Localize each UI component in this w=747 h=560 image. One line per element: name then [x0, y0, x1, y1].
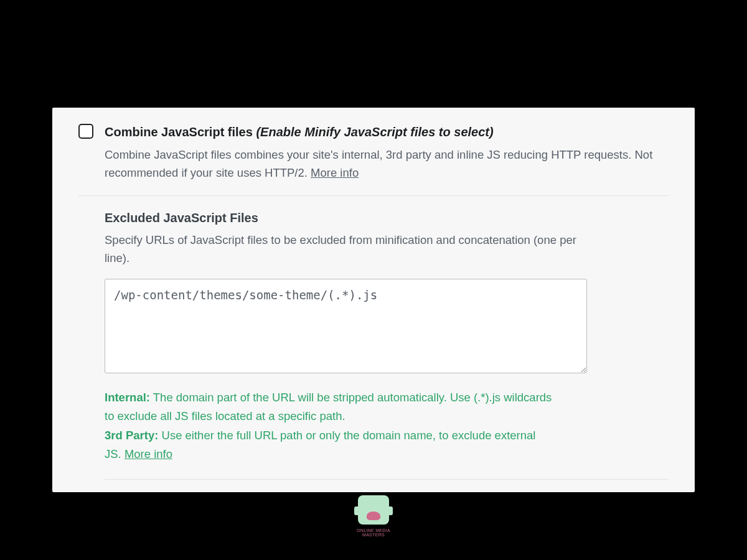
excluded-js-section: Excluded JavaScript Files Specify URLs o… — [78, 211, 669, 479]
combine-js-more-info-link[interactable]: More info — [311, 166, 359, 179]
combine-js-text: Combine JavaScript files (Enable Minify … — [105, 123, 669, 182]
footer-logo: ONLINE MEDIA MASTERS — [355, 495, 392, 538]
combine-js-checkbox[interactable] — [78, 124, 93, 139]
combine-js-desc-text: Combine JavaScript files combines your s… — [105, 148, 652, 179]
divider — [78, 195, 669, 196]
settings-panel: Combine JavaScript files (Enable Minify … — [52, 108, 695, 492]
hint-3rdparty-label: 3rd Party: — [105, 429, 158, 442]
logo-icon — [358, 495, 389, 525]
excluded-js-heading: Excluded JavaScript Files — [105, 211, 669, 225]
logo-text: ONLINE MEDIA MASTERS — [355, 528, 392, 538]
page-subtitle: (WIP) — [0, 72, 747, 89]
hint-internal-text: The domain part of the URL will be strip… — [105, 391, 552, 423]
combine-js-title-line: Combine JavaScript files (Enable Minify … — [105, 123, 669, 141]
excluded-js-hints: Internal: The domain part of the URL wil… — [105, 388, 553, 464]
divider — [105, 479, 669, 480]
combine-js-title: Combine JavaScript files — [105, 125, 253, 139]
page-title: WP Rocket – Exclude javascript files fro… — [0, 0, 747, 58]
hint-internal-label: Internal: — [105, 391, 150, 404]
excluded-js-sub: Specify URLs of JavaScript files to be e… — [105, 231, 578, 267]
combine-js-option: Combine JavaScript files (Enable Minify … — [78, 120, 669, 195]
combine-js-hint: (Enable Minify JavaScript files to selec… — [256, 125, 493, 139]
excluded-js-textarea[interactable] — [105, 279, 587, 373]
hint-more-info-link[interactable]: More info — [125, 447, 172, 460]
combine-js-desc: Combine JavaScript files combines your s… — [105, 146, 669, 182]
